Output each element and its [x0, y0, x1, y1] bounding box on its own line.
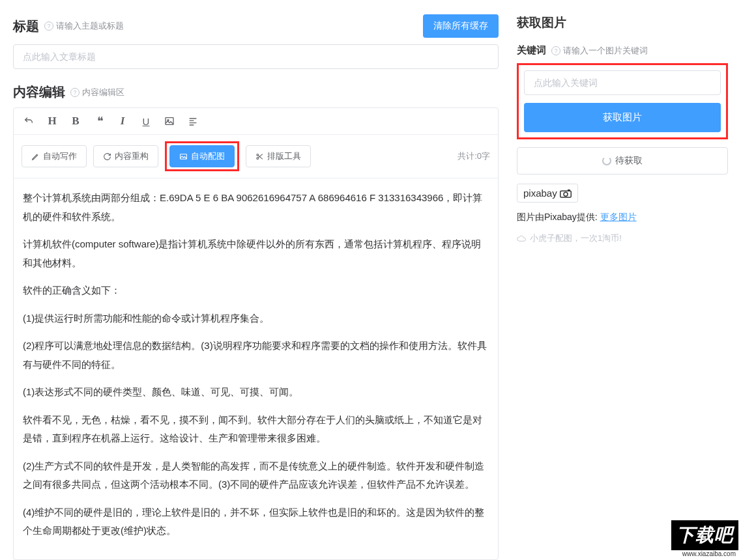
keyword-input[interactable]	[524, 70, 721, 95]
format-toolbar: H B ❝ I U	[14, 108, 498, 135]
italic-icon[interactable]: I	[115, 114, 130, 128]
content-paragraph: 软件看不见，无色，枯燥，看不见，摸不到，闻不到。软件大部分存在于人们的头脑或纸上…	[23, 411, 489, 448]
cloud-icon	[517, 235, 527, 242]
more-images-link[interactable]: 更多图片	[600, 212, 637, 222]
highlight-keyword-box: 获取图片	[517, 63, 728, 139]
main-column: 标题 ? 请输入主题或标题 清除所有缓存 内容编辑 ? 内容编辑区 H B ❝ …	[0, 0, 512, 560]
underline-icon[interactable]: U	[139, 114, 153, 128]
rebuild-button[interactable]: 内容重构	[93, 145, 158, 167]
svg-point-8	[257, 157, 259, 159]
content-paragraph: (1)表达形式不同的硬件类型、颜色、味道、可见、可摸、可闻。	[23, 383, 489, 402]
title-heading: 标题 ? 请输入主题或标题	[13, 18, 124, 35]
editor-content[interactable]: 整个计算机系统由两部分组成：E.69DA 5 E 6 BA 9062616964…	[14, 178, 498, 559]
keyword-label: 关键词 ? 请输入一个图片关键词	[517, 44, 728, 57]
refresh-icon	[103, 152, 111, 161]
editor-section-head: 内容编辑 ? 内容编辑区	[13, 83, 499, 101]
title-hint: ? 请输入主题或标题	[44, 20, 124, 32]
image-icon[interactable]	[162, 114, 177, 128]
heading-icon[interactable]: H	[45, 114, 59, 128]
picture-icon	[179, 152, 188, 161]
content-paragraph: (2)程序可以满意地处理信息的数据结构。(3)说明程序功能要求和程序需要的文档的…	[23, 337, 489, 374]
auto-image-button[interactable]: 自动配图	[169, 145, 235, 167]
footer-note: 小虎子配图，一次1淘币!	[517, 232, 728, 244]
auto-write-button[interactable]: 自动写作	[22, 145, 87, 167]
question-icon: ?	[44, 21, 53, 31]
action-toolbar: 自动写作 内容重构 自动配图	[14, 135, 498, 178]
watermark: 下载吧 www.xiazaiba.com	[650, 521, 741, 560]
side-heading: 获取图片	[517, 14, 728, 31]
pencil-icon	[31, 152, 40, 161]
fetch-image-button[interactable]: 获取图片	[524, 103, 721, 132]
editor-heading: 内容编辑 ? 内容编辑区	[13, 83, 124, 101]
action-buttons-group: 自动写作 内容重构 自动配图	[22, 141, 311, 171]
undo-icon[interactable]	[22, 114, 36, 128]
camera-icon	[560, 189, 572, 198]
layout-tool-button[interactable]: 排版工具	[246, 145, 311, 167]
align-left-icon[interactable]	[186, 114, 200, 128]
content-paragraph: (4)维护不同的硬件是旧的，理论上软件是旧的，并不坏，但实际上软件也是旧的和坏的…	[23, 503, 489, 540]
side-column: 获取图片 关键词 ? 请输入一个图片关键词 获取图片 待获取 pixabay 图…	[512, 0, 741, 560]
scissors-icon	[255, 152, 264, 161]
brand-row: pixabay	[517, 184, 728, 212]
pixabay-badge[interactable]: pixabay	[517, 184, 578, 203]
spinner-icon	[602, 156, 611, 165]
svg-point-10	[564, 192, 568, 196]
editor-hint: ? 内容编辑区	[70, 87, 124, 98]
article-title-input[interactable]	[13, 44, 499, 69]
pending-status-button[interactable]: 待获取	[517, 147, 728, 175]
editor-box: H B ❝ I U 自动写作	[13, 107, 499, 560]
content-paragraph: 计算机软件(computer software)是指计算机系统中除硬件以外的所有…	[23, 235, 489, 272]
title-section-head: 标题 ? 请输入主题或标题 清除所有缓存	[13, 14, 499, 38]
word-count: 共计:0字	[458, 150, 490, 162]
bold-icon[interactable]: B	[68, 114, 83, 128]
question-icon: ?	[70, 88, 80, 97]
svg-rect-11	[568, 189, 570, 191]
attribution: 图片由Pixabay提供: 更多图片	[517, 212, 728, 223]
clear-cache-button[interactable]: 清除所有缓存	[423, 14, 499, 38]
keyword-hint: ? 请输入一个图片关键词	[551, 45, 648, 57]
quote-icon[interactable]: ❝	[92, 114, 106, 128]
highlight-auto-image: 自动配图	[165, 141, 239, 171]
content-paragraph: 软件的正确含义如下：	[23, 281, 489, 300]
content-paragraph: 整个计算机系统由两部分组成：E.69DA 5 E 6 BA 9062616964…	[23, 189, 489, 226]
question-icon: ?	[551, 46, 560, 55]
content-paragraph: (2)生产方式不同的软件是开发，是人类智能的高发挥，而不是传统意义上的硬件制造。…	[23, 457, 489, 494]
svg-point-7	[257, 154, 259, 156]
content-paragraph: (1)提供运行时所需功能和性能的命令或计算机程序集合。	[23, 309, 489, 328]
